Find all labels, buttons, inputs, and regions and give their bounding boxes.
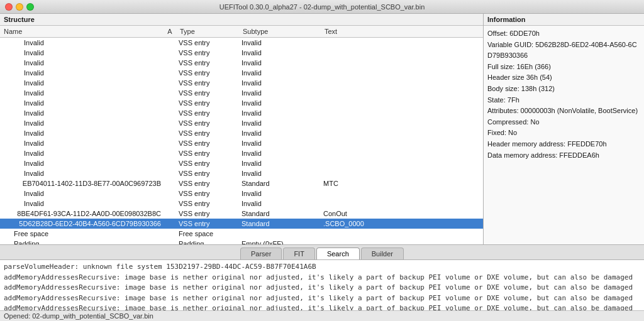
table-row[interactable]: InvalidVSS entryInvalid: [0, 68, 483, 78]
log-line: addMemoryAddressesRecursive: image base …: [4, 283, 640, 293]
tab-builder[interactable]: Builder: [361, 248, 404, 259]
bottom-section: ParserFITSearchBuilder parseVolumeHeader…: [0, 244, 644, 321]
info-content: Offset: 6DDE70h Variable GUID: 5D62B28D-…: [484, 26, 644, 244]
cell-type: VSS entry: [176, 160, 239, 167]
log-line: parseVolumeHeader: unknown file system 1…: [4, 262, 640, 273]
table-header: Name A Type Subtype Text: [0, 26, 483, 38]
table-row[interactable]: Free spaceFree space: [0, 229, 483, 239]
table-row[interactable]: 8BE4DF61-93CA-11D2-AA0D-00E098032B8CVSS …: [0, 209, 483, 219]
cell-type: VSS entry: [176, 139, 239, 147]
table-row[interactable]: InvalidVSS entryInvalid: [0, 58, 483, 68]
cell-name: Padding: [0, 240, 164, 244]
cell-text: ConOut: [321, 210, 483, 217]
structure-panel: Structure Name A Type Subtype Text Inval…: [0, 14, 484, 244]
cell-type: VSS entry: [176, 89, 239, 97]
table-row[interactable]: 5D62B28D-6ED2-40B4-A560-6CD79B930366VSS …: [0, 219, 483, 229]
table-row[interactable]: InvalidVSS entryInvalid: [0, 118, 483, 128]
table-row[interactable]: InvalidVSS entryInvalid: [0, 38, 483, 48]
cell-type: VSS entry: [176, 200, 239, 207]
cell-type: VSS entry: [176, 210, 239, 217]
cell-name: Invalid: [0, 99, 164, 107]
table-row[interactable]: InvalidVSS entryInvalid: [0, 138, 483, 148]
close-button[interactable]: [5, 3, 13, 11]
cell-subtype: Invalid: [239, 99, 321, 107]
cell-name: Invalid: [0, 39, 164, 46]
col-header-type: Type: [176, 27, 239, 36]
table-row[interactable]: InvalidVSS entryInvalid: [0, 128, 483, 138]
cell-subtype: Invalid: [239, 39, 321, 46]
cell-subtype: Standard: [239, 220, 321, 227]
table-row[interactable]: InvalidVSS entryInvalid: [0, 98, 483, 108]
cell-subtype: Invalid: [239, 129, 321, 137]
cell-type: Free space: [176, 230, 239, 237]
cell-name: Invalid: [0, 69, 164, 77]
table-row[interactable]: InvalidVSS entryInvalid: [0, 78, 483, 88]
tab-search[interactable]: Search: [316, 248, 360, 259]
cell-name: Invalid: [0, 79, 164, 87]
tab-fit[interactable]: FIT: [283, 248, 315, 259]
maximize-button[interactable]: [26, 3, 34, 11]
table-row[interactable]: PaddingPaddingEmpty (0xFF): [0, 239, 483, 244]
cell-type: VSS entry: [176, 79, 239, 87]
cell-name: Invalid: [0, 139, 164, 147]
table-row[interactable]: InvalidVSS entryInvalid: [0, 148, 483, 158]
cell-type: VSS entry: [176, 119, 239, 127]
log-line: addMemoryAddressesRecursive: image base …: [4, 303, 640, 310]
info-panel-header: Information: [484, 14, 644, 26]
cell-type: VSS entry: [176, 180, 239, 187]
title-bar: UEFITool 0.30.0_alpha27 - 02-dump_with_p…: [0, 0, 644, 14]
cell-type: VSS entry: [176, 170, 239, 177]
cell-text: MTC: [321, 180, 483, 187]
table-row[interactable]: EB704011-1402-11D3-8E77-00A0C969723BVSS …: [0, 178, 483, 188]
tab-parser[interactable]: Parser: [240, 248, 282, 259]
table-row[interactable]: InvalidVSS entryInvalid: [0, 188, 483, 199]
minimize-button[interactable]: [16, 3, 23, 11]
cell-subtype: Invalid: [239, 69, 321, 77]
cell-name: Invalid: [0, 200, 164, 207]
cell-name: Invalid: [0, 190, 164, 197]
status-bar: Opened: 02-dump_with_potential_SCBO_var.…: [0, 310, 644, 321]
cell-name: Invalid: [0, 49, 164, 57]
cell-type: VSS entry: [176, 220, 239, 227]
log-line: addMemoryAddressesRecursive: image base …: [4, 293, 640, 304]
cell-text: .SCBO_0000: [321, 220, 483, 227]
cell-subtype: Invalid: [239, 79, 321, 87]
tab-bar: ParserFITSearchBuilder: [0, 245, 644, 260]
cell-name: EB704011-1402-11D3-8E77-00A0C969723B: [0, 180, 164, 187]
table-row[interactable]: InvalidVSS entryInvalid: [0, 88, 483, 98]
tree-area[interactable]: InvalidVSS entryInvalidInvalidVSS entryI…: [0, 38, 483, 244]
log-line: addMemoryAddressesRecursive: image base …: [4, 273, 640, 283]
cell-subtype: Invalid: [239, 119, 321, 127]
table-row[interactable]: InvalidVSS entryInvalid: [0, 48, 483, 58]
table-row[interactable]: InvalidVSS entryInvalid: [0, 158, 483, 168]
cell-subtype: Empty (0xFF): [239, 240, 321, 244]
cell-type: VSS entry: [176, 39, 239, 46]
col-header-name: Name: [0, 27, 164, 36]
table-row[interactable]: InvalidVSS entryInvalid: [0, 108, 483, 118]
cell-subtype: Invalid: [239, 139, 321, 147]
cell-subtype: Invalid: [239, 109, 321, 117]
table-row[interactable]: InvalidVSS entryInvalid: [0, 199, 483, 209]
table-row[interactable]: InvalidVSS entryInvalid: [0, 168, 483, 178]
col-header-subtype: Subtype: [239, 27, 321, 36]
main-area: Structure Name A Type Subtype Text Inval…: [0, 14, 644, 244]
log-area[interactable]: parseVolumeHeader: unknown file system 1…: [0, 260, 644, 310]
traffic-lights: [5, 3, 34, 11]
cell-type: Padding: [176, 240, 239, 244]
cell-type: VSS entry: [176, 129, 239, 137]
col-header-text: Text: [321, 27, 483, 36]
cell-type: VSS entry: [176, 190, 239, 197]
cell-type: VSS entry: [176, 69, 239, 77]
cell-type: VSS entry: [176, 150, 239, 157]
cell-name: Invalid: [0, 89, 164, 97]
cell-name: Free space: [0, 230, 164, 237]
cell-name: Invalid: [0, 109, 164, 117]
cell-subtype: Invalid: [239, 59, 321, 67]
cell-type: VSS entry: [176, 59, 239, 67]
cell-subtype: Invalid: [239, 150, 321, 157]
cell-subtype: Invalid: [239, 200, 321, 207]
cell-name: 8BE4DF61-93CA-11D2-AA0D-00E098032B8C: [0, 210, 164, 217]
cell-subtype: Standard: [239, 210, 321, 217]
cell-name: Invalid: [0, 59, 164, 67]
cell-name: 5D62B28D-6ED2-40B4-A560-6CD79B930366: [0, 220, 164, 227]
